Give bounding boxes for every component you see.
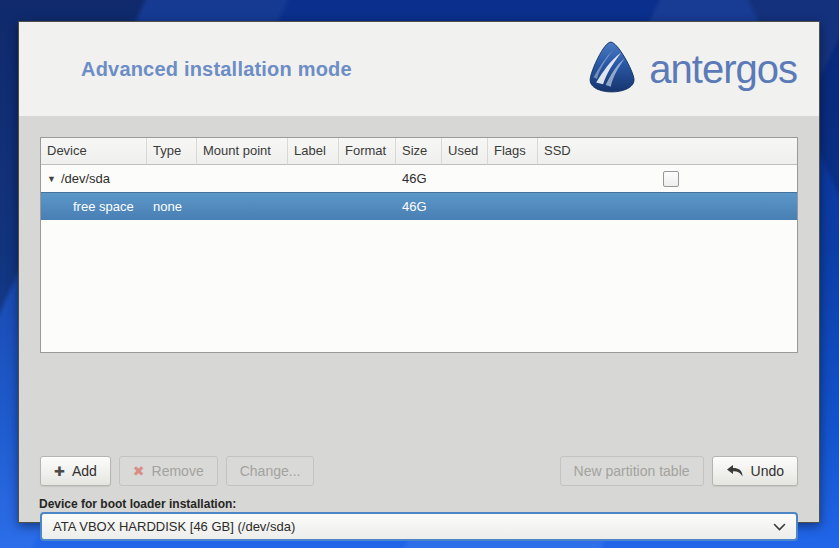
change-button[interactable]: Change... <box>226 456 315 486</box>
undo-arrow-icon <box>726 465 744 477</box>
add-button[interactable]: ✚ Add <box>40 456 111 486</box>
expander-icon[interactable]: ▼ <box>47 174 56 184</box>
device-cell: ▼/dev/sda <box>41 171 147 186</box>
page-title: Advanced installation mode <box>81 58 352 81</box>
ssd-cell <box>538 171 797 187</box>
installer-window: Advanced installation mode <box>18 21 820 523</box>
plus-icon: ✚ <box>54 464 65 479</box>
column-header-mount-point[interactable]: Mount point <box>197 138 288 165</box>
device-cell: free space <box>41 199 147 214</box>
antergos-logo-text: antergos <box>649 47 797 92</box>
column-header-flags[interactable]: Flags <box>488 138 538 165</box>
undo-button[interactable]: Undo <box>712 456 798 486</box>
window-header: Advanced installation mode <box>19 22 819 116</box>
column-header-ssd[interactable]: SSD <box>538 138 797 165</box>
desktop-background: Advanced installation mode <box>0 0 839 548</box>
partition-actions-right: New partition table Undo <box>560 456 798 486</box>
partition-table-header: Device Type Mount point Label Format Siz… <box>41 138 797 165</box>
column-header-size[interactable]: Size <box>396 138 442 165</box>
column-header-device[interactable]: Device <box>41 138 147 165</box>
antergos-logo-icon <box>585 40 640 99</box>
column-header-used[interactable]: Used <box>442 138 488 165</box>
size-cell: 46G <box>396 171 442 186</box>
column-header-type[interactable]: Type <box>147 138 197 165</box>
column-header-label[interactable]: Label <box>288 138 339 165</box>
type-cell: none <box>147 199 197 214</box>
remove-x-icon: ✖ <box>133 463 145 479</box>
boot-device-selected-value: ATA VBOX HARDDISK [46 GB] (/dev/sda) <box>42 519 773 534</box>
partition-actions-left: ✚ Add ✖ Remove Change... <box>40 456 314 486</box>
ssd-checkbox[interactable] <box>663 171 679 187</box>
antergos-logo: antergos <box>585 40 797 99</box>
chevron-down-icon <box>773 523 786 531</box>
boot-device-select[interactable]: ATA VBOX HARDDISK [46 GB] (/dev/sda) <box>40 512 798 541</box>
table-row-free-space[interactable]: free space none 46G <box>41 192 797 220</box>
size-cell: 46G <box>396 199 442 214</box>
remove-button[interactable]: ✖ Remove <box>119 456 218 486</box>
boot-loader-label: Device for boot loader installation: <box>39 497 236 511</box>
partition-table: Device Type Mount point Label Format Siz… <box>40 137 798 353</box>
new-partition-table-button[interactable]: New partition table <box>560 456 704 486</box>
table-empty-area <box>41 220 797 352</box>
table-row-dev-sda[interactable]: ▼/dev/sda 46G <box>41 165 797 192</box>
content-area: Device Type Mount point Label Format Siz… <box>19 116 819 522</box>
column-header-format[interactable]: Format <box>339 138 396 165</box>
